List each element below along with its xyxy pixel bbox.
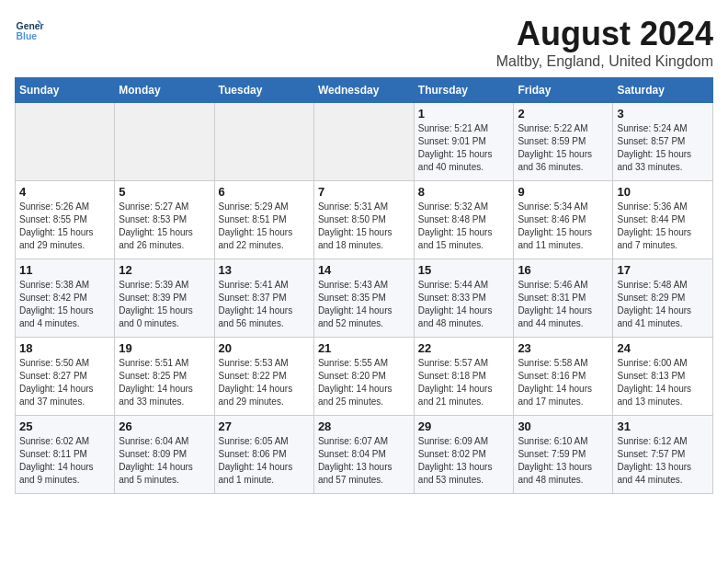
day-info: Sunrise: 5:29 AMSunset: 8:51 PMDaylight:… (219, 201, 310, 252)
calendar-cell: 26Sunrise: 6:04 AMSunset: 8:09 PMDayligh… (115, 416, 214, 494)
day-info: Sunrise: 5:21 AMSunset: 9:01 PMDaylight:… (418, 122, 510, 174)
day-number: 21 (318, 341, 410, 355)
day-number: 11 (19, 263, 110, 277)
day-info: Sunrise: 5:31 AMSunset: 8:50 PMDaylight:… (318, 201, 410, 252)
day-number: 6 (219, 185, 310, 199)
calendar-cell: 2Sunrise: 5:22 AMSunset: 8:59 PMDaylight… (514, 103, 613, 181)
calendar-cell: 24Sunrise: 6:00 AMSunset: 8:13 PMDayligh… (613, 338, 713, 416)
day-number: 23 (518, 341, 609, 355)
calendar-cell: 6Sunrise: 5:29 AMSunset: 8:51 PMDaylight… (214, 181, 313, 259)
calendar-cell: 10Sunrise: 5:36 AMSunset: 8:44 PMDayligh… (613, 181, 713, 259)
day-number: 26 (119, 419, 210, 433)
day-info: Sunrise: 5:50 AMSunset: 8:27 PMDaylight:… (19, 357, 110, 408)
day-number: 20 (219, 341, 310, 355)
day-info: Sunrise: 6:09 AMSunset: 8:02 PMDaylight:… (418, 435, 510, 487)
day-number: 7 (318, 185, 410, 199)
day-number: 8 (418, 185, 510, 199)
day-number: 3 (617, 107, 709, 121)
day-info: Sunrise: 5:32 AMSunset: 8:48 PMDaylight:… (418, 201, 510, 252)
day-info: Sunrise: 5:51 AMSunset: 8:25 PMDaylight:… (119, 357, 210, 408)
day-number: 2 (518, 107, 609, 121)
day-info: Sunrise: 5:43 AMSunset: 8:35 PMDaylight:… (318, 279, 410, 330)
day-number: 1 (418, 107, 510, 121)
day-header-friday: Friday (514, 78, 613, 103)
day-info: Sunrise: 6:02 AMSunset: 8:11 PMDaylight:… (19, 435, 110, 487)
day-info: Sunrise: 6:12 AMSunset: 7:57 PMDaylight:… (617, 435, 709, 487)
day-info: Sunrise: 5:39 AMSunset: 8:39 PMDaylight:… (119, 279, 210, 330)
day-number: 25 (19, 419, 110, 433)
day-info: Sunrise: 5:24 AMSunset: 8:57 PMDaylight:… (617, 122, 709, 174)
calendar-cell (16, 103, 115, 181)
logo-icon: General Blue (15, 15, 44, 44)
day-number: 9 (518, 185, 609, 199)
calendar-cell: 15Sunrise: 5:44 AMSunset: 8:33 PMDayligh… (414, 259, 514, 338)
calendar-cell: 14Sunrise: 5:43 AMSunset: 8:35 PMDayligh… (313, 259, 414, 338)
calendar-cell: 16Sunrise: 5:46 AMSunset: 8:31 PMDayligh… (514, 259, 613, 338)
day-header-thursday: Thursday (414, 78, 514, 103)
day-number: 24 (617, 341, 709, 355)
calendar-cell: 23Sunrise: 5:58 AMSunset: 8:16 PMDayligh… (514, 338, 613, 416)
calendar-cell: 5Sunrise: 5:27 AMSunset: 8:53 PMDaylight… (115, 181, 214, 259)
page-header: General Blue August 2024 Maltby, England… (15, 15, 713, 70)
calendar-cell: 25Sunrise: 6:02 AMSunset: 8:11 PMDayligh… (16, 416, 115, 494)
day-number: 29 (418, 419, 510, 433)
day-info: Sunrise: 5:58 AMSunset: 8:16 PMDaylight:… (518, 357, 609, 408)
week-row-5: 25Sunrise: 6:02 AMSunset: 8:11 PMDayligh… (16, 416, 713, 494)
calendar-cell: 3Sunrise: 5:24 AMSunset: 8:57 PMDaylight… (613, 103, 713, 181)
calendar-cell: 29Sunrise: 6:09 AMSunset: 8:02 PMDayligh… (414, 416, 514, 494)
calendar-cell: 1Sunrise: 5:21 AMSunset: 9:01 PMDaylight… (414, 103, 514, 181)
day-number: 10 (617, 185, 709, 199)
day-number: 5 (119, 185, 210, 199)
calendar-cell: 30Sunrise: 6:10 AMSunset: 7:59 PMDayligh… (514, 416, 613, 494)
day-number: 14 (318, 263, 410, 277)
week-row-1: 1Sunrise: 5:21 AMSunset: 9:01 PMDaylight… (16, 103, 713, 181)
day-number: 31 (617, 419, 709, 433)
week-row-2: 4Sunrise: 5:26 AMSunset: 8:55 PMDaylight… (16, 181, 713, 259)
month-year-title: August 2024 (496, 15, 713, 53)
calendar-cell (115, 103, 214, 181)
calendar-cell: 19Sunrise: 5:51 AMSunset: 8:25 PMDayligh… (115, 338, 214, 416)
day-info: Sunrise: 5:22 AMSunset: 8:59 PMDaylight:… (518, 122, 609, 174)
calendar-header-row: SundayMondayTuesdayWednesdayThursdayFrid… (16, 78, 713, 103)
calendar-cell: 20Sunrise: 5:53 AMSunset: 8:22 PMDayligh… (214, 338, 313, 416)
day-number: 19 (119, 341, 210, 355)
calendar-cell (214, 103, 313, 181)
day-header-monday: Monday (115, 78, 214, 103)
day-info: Sunrise: 5:38 AMSunset: 8:42 PMDaylight:… (19, 279, 110, 330)
day-info: Sunrise: 5:41 AMSunset: 8:37 PMDaylight:… (219, 279, 310, 330)
day-number: 17 (617, 263, 709, 277)
calendar-table: SundayMondayTuesdayWednesdayThursdayFrid… (15, 77, 713, 494)
day-info: Sunrise: 5:26 AMSunset: 8:55 PMDaylight:… (19, 201, 110, 252)
day-number: 28 (318, 419, 410, 433)
day-info: Sunrise: 6:10 AMSunset: 7:59 PMDaylight:… (518, 435, 609, 487)
calendar-cell: 17Sunrise: 5:48 AMSunset: 8:29 PMDayligh… (613, 259, 713, 338)
calendar-cell: 31Sunrise: 6:12 AMSunset: 7:57 PMDayligh… (613, 416, 713, 494)
calendar-cell: 28Sunrise: 6:07 AMSunset: 8:04 PMDayligh… (313, 416, 414, 494)
calendar-cell: 7Sunrise: 5:31 AMSunset: 8:50 PMDaylight… (313, 181, 414, 259)
calendar-cell: 11Sunrise: 5:38 AMSunset: 8:42 PMDayligh… (16, 259, 115, 338)
day-info: Sunrise: 5:44 AMSunset: 8:33 PMDaylight:… (418, 279, 510, 330)
calendar-cell: 8Sunrise: 5:32 AMSunset: 8:48 PMDaylight… (414, 181, 514, 259)
day-info: Sunrise: 5:27 AMSunset: 8:53 PMDaylight:… (119, 201, 210, 252)
day-info: Sunrise: 5:34 AMSunset: 8:46 PMDaylight:… (518, 201, 609, 252)
day-header-tuesday: Tuesday (214, 78, 313, 103)
week-row-4: 18Sunrise: 5:50 AMSunset: 8:27 PMDayligh… (16, 338, 713, 416)
week-row-3: 11Sunrise: 5:38 AMSunset: 8:42 PMDayligh… (16, 259, 713, 338)
day-number: 4 (19, 185, 110, 199)
calendar-cell: 12Sunrise: 5:39 AMSunset: 8:39 PMDayligh… (115, 259, 214, 338)
calendar-cell: 27Sunrise: 6:05 AMSunset: 8:06 PMDayligh… (214, 416, 313, 494)
day-number: 12 (119, 263, 210, 277)
calendar-cell: 22Sunrise: 5:57 AMSunset: 8:18 PMDayligh… (414, 338, 514, 416)
svg-text:Blue: Blue (17, 31, 38, 41)
day-number: 22 (418, 341, 510, 355)
day-number: 27 (219, 419, 310, 433)
day-info: Sunrise: 5:57 AMSunset: 8:18 PMDaylight:… (418, 357, 510, 408)
day-info: Sunrise: 6:05 AMSunset: 8:06 PMDaylight:… (219, 435, 310, 487)
location-subtitle: Maltby, England, United Kingdom (496, 53, 713, 70)
day-info: Sunrise: 6:07 AMSunset: 8:04 PMDaylight:… (318, 435, 410, 487)
day-info: Sunrise: 5:53 AMSunset: 8:22 PMDaylight:… (219, 357, 310, 408)
title-block: August 2024 Maltby, England, United King… (496, 15, 713, 70)
day-header-wednesday: Wednesday (313, 78, 414, 103)
calendar-cell: 9Sunrise: 5:34 AMSunset: 8:46 PMDaylight… (514, 181, 613, 259)
day-info: Sunrise: 5:48 AMSunset: 8:29 PMDaylight:… (617, 279, 709, 330)
